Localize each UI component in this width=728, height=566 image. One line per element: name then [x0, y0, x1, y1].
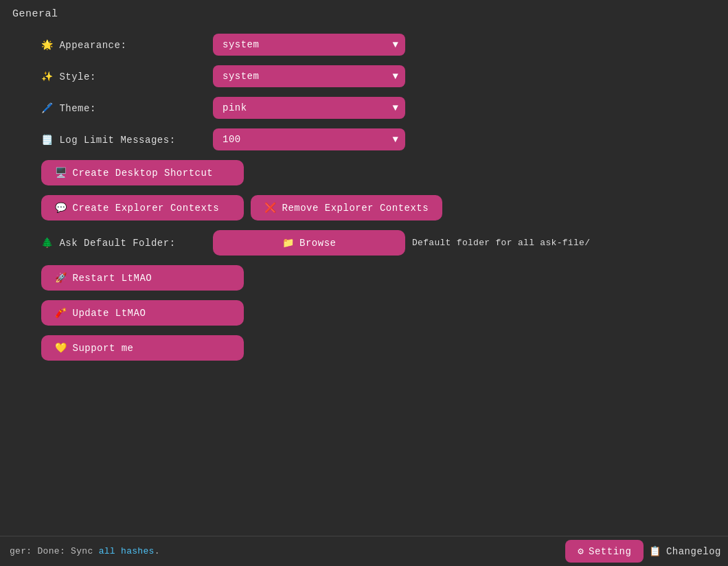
status-buttons: ⚙️ Setting 📋 Changelog [565, 540, 721, 563]
log-limit-row: 🗒️ Log Limit Messages: 50 100 200 500 ▼ [41, 128, 687, 150]
page-title: General [0, 0, 728, 25]
create-desktop-shortcut-button[interactable]: 🖥️ Create Desktop Shortcut [41, 160, 244, 185]
gear-icon: ⚙️ [578, 545, 584, 557]
theme-select-wrapper: pink blue green dark ▼ [213, 97, 405, 119]
theme-select[interactable]: pink blue green dark [213, 97, 405, 119]
browse-button[interactable]: 📁 Browse [213, 230, 405, 256]
appearance-select[interactable]: system light dark [213, 34, 405, 56]
style-row: ✨ Style: system flat rounded ▼ [41, 65, 687, 87]
explorer-contexts-row: 💬 Create Explorer Contexts ❌ Remove Expl… [41, 195, 687, 220]
appearance-select-wrapper: system light dark ▼ [213, 34, 405, 56]
theme-label: 🖊️ Theme: [41, 102, 206, 114]
status-bar: ger: Done: Sync all hashes. ⚙️ Setting 📋… [0, 536, 728, 566]
log-limit-label: 🗒️ Log Limit Messages: [41, 134, 206, 146]
update-icon: 🧨 [55, 307, 67, 319]
ask-folder-label: 🌲 Ask Default Folder: [41, 237, 206, 249]
create-explorer-label: Create Explorer Contexts [73, 203, 220, 214]
changelog-icon: 📋 [649, 545, 661, 557]
setting-button[interactable]: ⚙️ Setting [565, 540, 644, 563]
remove-explorer-contexts-button[interactable]: ❌ Remove Explorer Contexts [251, 195, 442, 220]
remove-explorer-label: Remove Explorer Contexts [282, 203, 429, 214]
theme-row: 🖊️ Theme: pink blue green dark ▼ [41, 97, 687, 119]
status-prefix: ger: Done: Sync [10, 546, 99, 556]
folder-icon: 📁 [282, 237, 295, 249]
desktop-icon: 🖥️ [55, 167, 67, 179]
content-area: 🌟 Appearance: system light dark ▼ ✨ Styl… [0, 25, 728, 369]
support-icon: 💛 [55, 342, 67, 354]
support-label: Support me [73, 343, 134, 354]
restart-row: 🚀 Restart LtMAO [41, 265, 687, 291]
update-ltmao-button[interactable]: 🧨 Update LtMAO [41, 300, 244, 326]
create-shortcut-label: Create Desktop Shortcut [73, 168, 214, 179]
log-limit-select-wrapper: 50 100 200 500 ▼ [213, 128, 405, 150]
support-row: 💛 Support me [41, 335, 687, 361]
appearance-row: 🌟 Appearance: system light dark ▼ [41, 34, 687, 56]
create-shortcut-row: 🖥️ Create Desktop Shortcut [41, 160, 687, 185]
update-label: Update LtMAO [73, 308, 146, 319]
style-select-wrapper: system flat rounded ▼ [213, 65, 405, 87]
log-limit-select[interactable]: 50 100 200 500 [213, 128, 405, 150]
browse-hint: Default folder for all ask-file/ [412, 238, 590, 248]
remove-explorer-icon: ❌ [264, 202, 277, 214]
restart-ltmao-button[interactable]: 🚀 Restart LtMAO [41, 265, 244, 291]
create-explorer-icon: 💬 [55, 202, 67, 214]
status-suffix: . [155, 546, 160, 556]
changelog-button[interactable]: 📋 Changelog [649, 545, 721, 557]
browse-label: Browse [299, 238, 336, 249]
update-row: 🧨 Update LtMAO [41, 300, 687, 326]
status-highlight: all hashes [99, 546, 155, 556]
rocket-icon: 🚀 [55, 272, 67, 284]
changelog-label: Changelog [666, 546, 721, 557]
ask-folder-row: 🌲 Ask Default Folder: 📁 Browse Default f… [41, 230, 687, 256]
appearance-label: 🌟 Appearance: [41, 39, 206, 51]
status-text: ger: Done: Sync all hashes. [7, 546, 160, 556]
create-explorer-contexts-button[interactable]: 💬 Create Explorer Contexts [41, 195, 244, 220]
style-label: ✨ Style: [41, 71, 206, 82]
style-select[interactable]: system flat rounded [213, 65, 405, 87]
support-button[interactable]: 💛 Support me [41, 335, 244, 361]
setting-label: Setting [589, 546, 631, 557]
restart-label: Restart LtMAO [73, 273, 152, 284]
